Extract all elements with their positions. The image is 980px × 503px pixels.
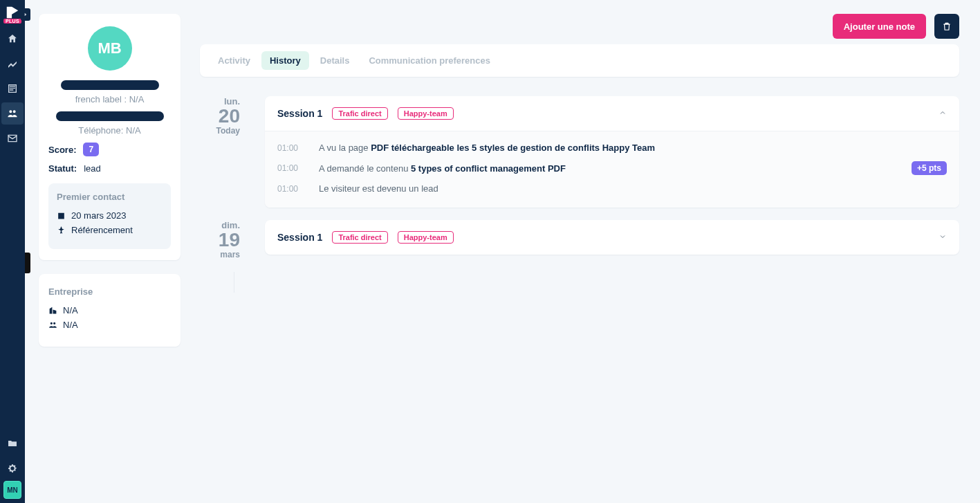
first-contact-date: 20 mars 2023	[71, 210, 127, 221]
session-tag: Happy-team	[398, 231, 454, 244]
nav-analytics[interactable]	[1, 53, 24, 75]
first-contact-source: Référencement	[71, 225, 133, 235]
company-title: Entreprise	[48, 286, 171, 297]
event-text: A vu la page PDF téléchargeable les 5 st…	[319, 143, 655, 153]
rail-expand-toggle[interactable]	[21, 8, 30, 21]
tab-comm-prefs[interactable]: Communication preferences	[360, 51, 499, 70]
nav-email[interactable]	[1, 127, 24, 149]
profile-card: MB french label : N/A Téléphone: N/A Sco…	[39, 14, 181, 260]
plus-badge: PLUS	[3, 19, 21, 24]
delete-button[interactable]	[934, 14, 959, 39]
score-label: Score:	[48, 145, 76, 155]
timeline-tail	[234, 272, 234, 293]
company-icon	[48, 306, 57, 315]
add-note-button[interactable]: Ajouter une note	[833, 14, 926, 39]
session-header[interactable]: Session 1Trafic directHappy-team	[265, 220, 959, 255]
event-time: 01:00	[277, 184, 302, 194]
side-drawer-handle[interactable]	[25, 253, 30, 273]
tabs-bar: Activity History Details Communication p…	[200, 44, 959, 77]
tab-activity[interactable]: Activity	[210, 51, 259, 70]
event-row: 01:00A demandé le contenu 5 types of con…	[277, 157, 947, 179]
session-header[interactable]: Session 1Trafic directHappy-team	[265, 96, 959, 131]
people-icon	[48, 320, 57, 329]
nav-rail: PLUS MN	[0, 0, 25, 503]
timeline-row: lun.20TodaySession 1Trafic directHappy-t…	[200, 96, 959, 208]
nav-settings[interactable]	[1, 457, 24, 479]
rail-user-avatar[interactable]: MN	[3, 481, 21, 499]
date-day: 19	[200, 230, 240, 250]
first-contact-panel: Premier contact 20 mars 2023 Référenceme…	[48, 183, 171, 249]
timeline: lun.20TodaySession 1Trafic directHappy-t…	[200, 96, 959, 272]
company-name: N/A	[63, 305, 78, 315]
contact-avatar: MB	[88, 26, 132, 71]
chevron-up-icon	[939, 107, 947, 120]
top-actions: Ajouter une note	[200, 14, 959, 39]
chevron-down-icon	[939, 231, 947, 244]
event-row: 01:00Le visiteur est devenu un lead	[277, 179, 947, 198]
session-tag: Happy-team	[398, 107, 454, 120]
session-body: 01:00A vu la page PDF téléchargeable les…	[265, 131, 959, 208]
status-value: lead	[84, 163, 101, 174]
session-tag: Trafic direct	[332, 107, 387, 120]
tab-details[interactable]: Details	[312, 51, 358, 70]
french-label: french label : N/A	[75, 94, 145, 104]
info-column: MB french label : N/A Téléphone: N/A Sco…	[25, 0, 187, 503]
date-block: lun.20Today	[200, 96, 250, 136]
calendar-icon	[57, 211, 66, 220]
pin-icon	[57, 226, 66, 235]
company-people: N/A	[63, 320, 78, 330]
event-text: A demandé le contenu 5 types of conflict…	[319, 163, 566, 174]
nav-home[interactable]	[1, 28, 24, 50]
event-row: 01:00A vu la page PDF téléchargeable les…	[277, 138, 947, 157]
contact-name-redacted	[61, 80, 159, 90]
app-logo: PLUS	[3, 3, 22, 22]
date-block: dim.19mars	[200, 220, 250, 259]
points-badge: +5 pts	[912, 161, 947, 175]
session-tag: Trafic direct	[332, 231, 387, 244]
date-sub: Today	[200, 126, 240, 136]
event-time: 01:00	[277, 143, 302, 153]
trash-icon	[942, 21, 952, 31]
nav-contacts[interactable]	[1, 102, 24, 125]
contact-email-redacted	[56, 111, 164, 121]
session-card: Session 1Trafic directHappy-team	[265, 220, 959, 255]
event-time: 01:00	[277, 163, 302, 173]
first-contact-title: Premier contact	[57, 192, 163, 202]
session-title: Session 1	[277, 108, 322, 119]
phone-label: Téléphone: N/A	[78, 125, 140, 136]
nav-content[interactable]	[1, 77, 24, 100]
date-sub: mars	[200, 250, 240, 259]
nav-files[interactable]	[1, 432, 24, 455]
session-card: Session 1Trafic directHappy-team01:00A v…	[265, 96, 959, 208]
session-title: Session 1	[277, 232, 322, 243]
main-area: Ajouter une note Activity History Detail…	[187, 0, 980, 503]
event-text: Le visiteur est devenu un lead	[319, 183, 438, 194]
timeline-row: dim.19marsSession 1Trafic directHappy-te…	[200, 220, 959, 259]
company-card: Entreprise N/A N/A	[39, 274, 181, 347]
status-label: Statut:	[48, 163, 77, 174]
date-day: 20	[200, 107, 240, 126]
score-badge: 7	[83, 143, 99, 156]
tab-history[interactable]: History	[261, 51, 309, 70]
